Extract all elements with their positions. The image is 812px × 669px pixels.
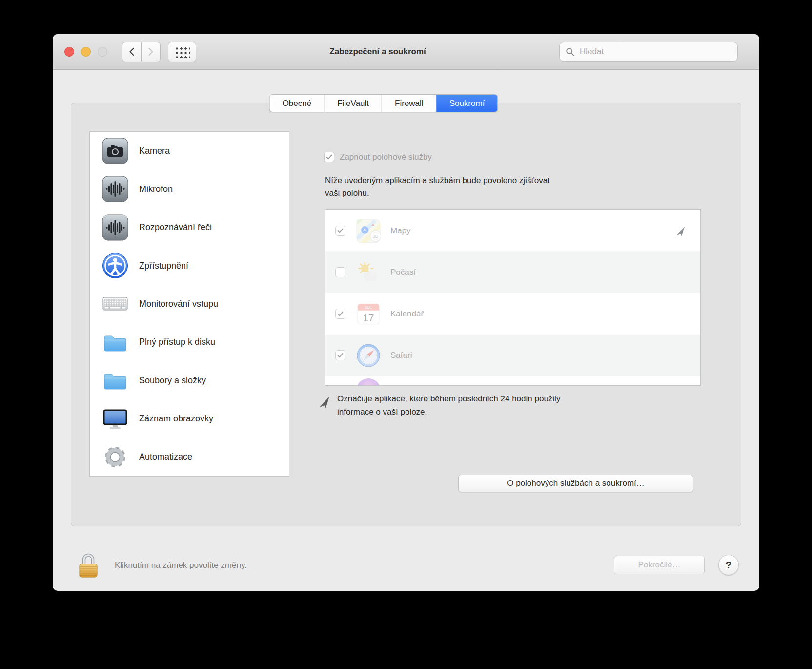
keyboard-icon (102, 291, 128, 317)
privacy-category-list: Kamera Mi (89, 131, 289, 477)
location-arrow-icon (318, 396, 330, 418)
minimize-button[interactable] (81, 47, 91, 57)
legend-text: Označuje aplikace, které během posledníc… (337, 392, 560, 418)
close-button[interactable] (64, 47, 74, 57)
sidebar-item-label: Zpřístupnění (139, 261, 188, 271)
show-all-button[interactable] (168, 42, 196, 62)
accessibility-icon (102, 252, 128, 279)
enable-location-checkbox[interactable] (324, 152, 334, 162)
sidebar-item-plny-pristup-k-disku[interactable]: Plný přístup k disku (90, 323, 289, 361)
app-checkbox[interactable] (335, 350, 345, 360)
app-name: Mapy (390, 226, 411, 236)
sidebar-item-soubory-a-slozky[interactable]: Soubory a složky (90, 361, 289, 399)
zoom-button-disabled (98, 47, 107, 57)
tab-soukromi[interactable]: Soukromí (436, 95, 498, 112)
window-title: Zabezpečení a soukromí (196, 47, 559, 57)
enable-location-label: Zapnout polohové služby (340, 152, 432, 162)
tab-bar: Obecné FileVault Firewall Soukromí (269, 94, 498, 112)
svg-text:JUL: JUL (365, 305, 372, 310)
nav-buttons (122, 42, 161, 62)
tab-obecne[interactable]: Obecné (270, 95, 325, 112)
sidebar-item-label: Mikrofon (139, 184, 173, 194)
lock-icon[interactable] (77, 551, 100, 579)
display-icon (102, 405, 128, 432)
app-checkbox[interactable] (335, 309, 345, 319)
help-button[interactable]: ? (718, 555, 739, 575)
sidebar-item-zaznam-obrazovky[interactable]: Záznam obrazovky (90, 399, 289, 438)
waveform-icon (102, 176, 128, 202)
search-icon (566, 47, 574, 56)
weather-icon (356, 260, 381, 285)
app-row-safari: Safari (325, 334, 700, 376)
app-row-mapy: 3D Mapy (325, 210, 700, 251)
chevron-left-icon (128, 47, 135, 56)
location-description: Níže uvedeným aplikacím a službám bude p… (325, 174, 550, 200)
titlebar: Zabezpečení a soukromí (53, 34, 759, 70)
gear-icon (102, 444, 128, 470)
checkmark-icon (337, 310, 344, 317)
recent-location-arrow-icon (675, 226, 686, 236)
lock-message: Kliknutím na zámek povolíte změny. (115, 561, 247, 570)
sidebar-item-label: Záznam obrazovky (139, 414, 213, 424)
sidebar-item-zpristupneni[interactable]: Zpřístupnění (90, 247, 289, 285)
safari-icon (356, 343, 381, 368)
traffic-lights (64, 47, 107, 57)
grid-icon (174, 46, 190, 58)
search-field[interactable] (559, 42, 738, 62)
sidebar-item-label: Automatizace (139, 452, 192, 462)
siri-icon (356, 378, 381, 386)
camera-icon (102, 138, 128, 164)
sidebar-item-label: Plný přístup k disku (139, 337, 215, 347)
sidebar-item-label: Monitorování vstupu (139, 299, 218, 309)
app-name: Kalendář (390, 309, 424, 319)
checkmark-icon (337, 352, 344, 359)
enable-location-row: Zapnout polohové služby (324, 152, 432, 162)
app-checkbox[interactable] (335, 267, 345, 277)
maps-icon: 3D (356, 219, 381, 243)
sidebar-item-label: Soubory a složky (139, 376, 206, 386)
calendar-icon: JUL 17 (356, 302, 381, 326)
sidebar-item-label: Rozpoznávání řeči (139, 222, 212, 232)
sidebar-item-mikrofon[interactable]: Mikrofon (90, 170, 289, 208)
app-row-pocasi: Počasí (325, 251, 700, 293)
checkmark-icon (325, 153, 333, 161)
tab-filevault[interactable]: FileVault (324, 95, 382, 112)
app-row-partial (325, 376, 700, 386)
sidebar-item-kamera[interactable]: Kamera (90, 132, 289, 170)
sidebar-item-automatizace[interactable]: Automatizace (90, 438, 289, 476)
svg-text:17: 17 (363, 312, 374, 323)
search-input[interactable] (579, 46, 731, 57)
back-button[interactable] (122, 42, 142, 62)
app-name: Počasí (390, 268, 416, 277)
sidebar-item-monitorovani-vstupu[interactable]: Monitorování vstupu (90, 285, 289, 323)
app-row-kalendar: JUL 17 Kalendář (325, 293, 700, 334)
forward-button[interactable] (141, 42, 161, 62)
security-privacy-window: Zabezpečení a soukromí Obecné FileVault … (53, 34, 759, 591)
tab-firewall[interactable]: Firewall (382, 95, 436, 112)
app-checkbox[interactable] (335, 226, 345, 236)
chevron-right-icon (147, 47, 154, 56)
privacy-panel: Kamera Mi (71, 103, 741, 526)
sidebar-item-label: Kamera (139, 146, 170, 156)
checkmark-icon (337, 227, 344, 234)
advanced-button[interactable]: Pokročilé… (614, 556, 705, 574)
about-location-services-button[interactable]: O polohových službách a soukromí… (458, 475, 693, 492)
app-name: Safari (390, 351, 412, 360)
location-app-list: 3D Mapy (325, 209, 701, 386)
sidebar-item-rozpoznavani-reci[interactable]: Rozpoznávání řeči (90, 209, 289, 247)
waveform-icon (102, 214, 128, 241)
folder-icon (102, 367, 128, 394)
svg-text:3D: 3D (373, 233, 378, 238)
folder-icon (102, 329, 128, 355)
location-legend: Označuje aplikace, které během posledníc… (318, 392, 560, 418)
